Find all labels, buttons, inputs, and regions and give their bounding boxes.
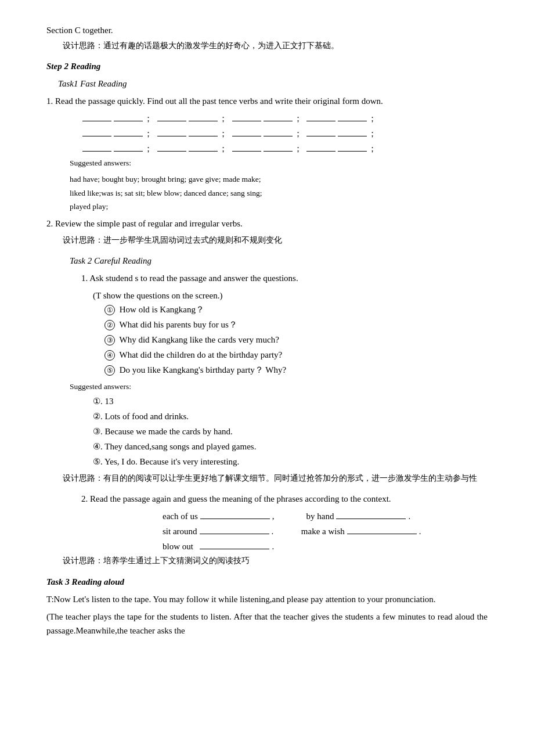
suggested-label-2: Suggested answers: (70, 380, 488, 393)
item2-text: 2. Review the simple past of regular and… (46, 217, 488, 231)
phrase-by-hand: by hand. (298, 509, 411, 523)
task2-subtext: (T show the questions on the screen.) (93, 289, 488, 303)
step2-title: Step 2 Reading (46, 59, 488, 73)
question-1: ① How old is Kangkang？ (104, 303, 488, 316)
question-4: ④ What did the children do at the birthd… (104, 348, 488, 362)
design-note-4: 设计思路：培养学生通过上下文猜测词义的阅读技巧 (46, 555, 488, 567)
phrase-each-of-us: each of us, (163, 509, 275, 523)
suggested-ans-1a: had have; bought buy; brought bring; gav… (70, 173, 488, 186)
questions-list: ① How old is Kangkang？ ② What did his pa… (46, 303, 488, 377)
task2-title: Task 2 Careful Reading (70, 254, 488, 268)
suggested-ans-1c: played play; (70, 200, 488, 213)
task3-text2: (The teacher plays the tape for the stud… (46, 610, 488, 638)
design-note-3: 设计思路：有目的的阅读可以让学生更好地了解课文细节。同时通过抢答加分的形式，进一… (46, 472, 488, 485)
answer-4: ④. They danced,sang songs and played gam… (93, 440, 488, 453)
design-note-2: 设计思路：进一步帮学生巩固动词过去式的规则和不规则变化 (46, 234, 488, 247)
fill-row-1: ； ； ； ； (81, 111, 488, 125)
item1-text: 1. Read the passage quickly. Find out al… (46, 94, 488, 108)
answer-3: ③. Because we made the cards by hand. (93, 424, 488, 438)
task3-title: Task 3 Reading aloud (46, 575, 488, 589)
answer-5: ⑤. Yes, I do. Because it's very interest… (93, 455, 488, 469)
page-content: Section C together. 设计思路：通过有趣的话题极大的激发学生的… (46, 23, 488, 638)
question-2: ② What did his parents buy for us？ (104, 318, 488, 332)
phrase-row-1: each of us, by hand. (163, 509, 488, 523)
answers-list: ①. 13 ②. Lots of food and drinks. ③. Bec… (46, 394, 488, 469)
task1-title: Task1 Fast Reading (58, 77, 488, 91)
fill-row-3: ； ； ； ； (81, 142, 488, 156)
phrase-row-3: blow out . (163, 539, 488, 553)
task2-item1: 1. Ask studend s to read the passage and… (81, 271, 488, 285)
question-5: ⑤ Do you like Kangkang's birthday party？… (104, 363, 488, 377)
phrases-section: each of us, by hand. sit around. make a … (104, 509, 488, 553)
task3-text1: T:Now Let's listen to the tape. You may … (46, 592, 488, 606)
suggested-label-1: Suggested answers: (70, 157, 488, 170)
fill-row-2: ； ； ； ； (81, 127, 488, 141)
suggested-ans-1b: liked like;was is; sat sit; blew blow; d… (70, 187, 488, 200)
question-3: ③ Why did Kangkang like the cards very m… (104, 333, 488, 347)
task2-item2: 2. Read the passage again and guess the … (81, 492, 488, 506)
answer-2: ②. Lots of food and drinks. (93, 409, 488, 423)
section-c-text: Section C together. (46, 23, 488, 37)
phrase-make-a-wish: make a wish. (297, 524, 421, 538)
phrase-row-2: sit around. make a wish. (163, 524, 488, 538)
design-note-1: 设计思路：通过有趣的话题极大的激发学生的好奇心，为进入正文打下基础。 (46, 39, 488, 52)
phrase-sit-around: sit around. (163, 524, 273, 538)
answer-1: ①. 13 (93, 394, 488, 408)
phrase-blow-out: blow out . (163, 539, 274, 553)
